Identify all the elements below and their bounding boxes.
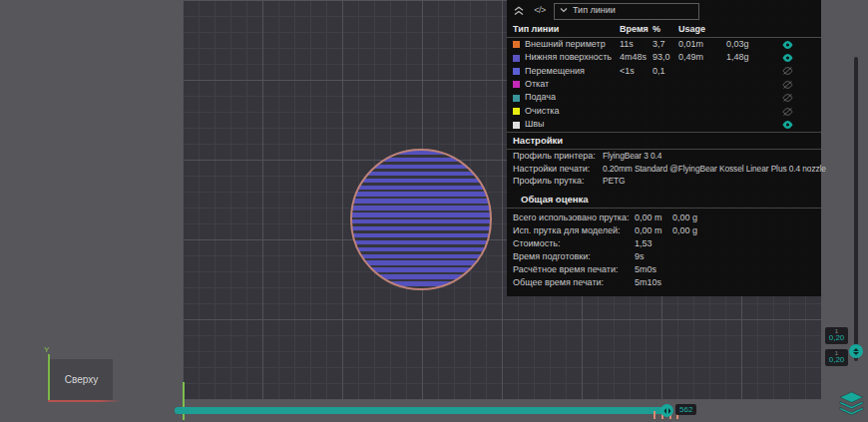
estimates-section-title: Общая оценка bbox=[507, 192, 821, 209]
eye-icon[interactable] bbox=[782, 54, 821, 62]
eye-icon[interactable] bbox=[782, 121, 821, 129]
line-type-row[interactable]: Перемещения<1s0,1 bbox=[507, 65, 821, 78]
line-type-row[interactable]: Нижняя поверхность4m48s93,00,49m1,48g bbox=[507, 51, 821, 64]
line-type-percent: 93,0 bbox=[652, 53, 678, 63]
col-time: Время bbox=[620, 25, 652, 35]
layer-slider-upper-label: 1 0,20 bbox=[825, 327, 848, 344]
line-type-label: Подача bbox=[525, 93, 620, 103]
estimate-value2 bbox=[672, 252, 821, 262]
printed-model-first-layer[interactable] bbox=[350, 149, 492, 290]
line-type-label: Нижняя поверхность bbox=[525, 53, 620, 63]
estimate-label: Всего использовано прутка: bbox=[513, 213, 635, 223]
settings-value: 0.20mm Standard @FlyingBear Kossel Linea… bbox=[603, 165, 826, 175]
color-scheme-value: Тип линии bbox=[573, 6, 616, 16]
layers-icon[interactable] bbox=[838, 391, 865, 420]
line-type-percent: 0,1 bbox=[652, 67, 678, 77]
estimate-label: Расчётное время печати: bbox=[513, 265, 635, 275]
settings-row: Настройки печати:0.20mm Standard @Flying… bbox=[507, 163, 821, 176]
line-type-color-swatch bbox=[513, 95, 520, 102]
line-type-color-swatch bbox=[513, 122, 520, 129]
view-cube: Y Сверху bbox=[44, 345, 126, 407]
color-scheme-dropdown[interactable]: Тип линии bbox=[554, 3, 699, 20]
plate-origin-axis-mark bbox=[183, 382, 185, 420]
layer-slider-lower-label: 1 0,20 bbox=[825, 349, 848, 366]
layer-height: 0,20 bbox=[825, 356, 848, 364]
line-type-usage-g: 1,48g bbox=[726, 53, 776, 63]
eye-off-icon[interactable] bbox=[782, 81, 821, 89]
line-type-row[interactable]: Швы bbox=[507, 118, 821, 131]
line-type-usage-m: 0,49m bbox=[678, 53, 726, 63]
settings-value: FlyingBear 3 0.4 bbox=[603, 152, 821, 162]
line-type-percent: 3,7 bbox=[652, 40, 678, 50]
settings-label: Профиль прутка: bbox=[513, 177, 603, 187]
col-line-type: Тип линии bbox=[513, 25, 620, 35]
eye-icon[interactable] bbox=[782, 41, 821, 49]
estimate-value2 bbox=[672, 265, 821, 275]
col-percent: % bbox=[652, 25, 678, 35]
settings-label: Профиль принтера: bbox=[513, 152, 603, 162]
eye-off-icon[interactable] bbox=[782, 94, 821, 102]
settings-row: Профиль прутка:PETG bbox=[507, 176, 821, 189]
preview-toolbar: </> Тип линии bbox=[507, 0, 821, 22]
estimate-value2: 0,00 g bbox=[672, 226, 821, 236]
estimates-rows: Всего использовано прутка:0,00 m0,00 gИс… bbox=[507, 209, 821, 295]
eye-off-icon[interactable] bbox=[782, 67, 821, 75]
estimate-value2 bbox=[672, 239, 821, 249]
estimate-value: 0,00 m bbox=[635, 213, 672, 223]
estimate-label: Стоимость: bbox=[513, 239, 635, 249]
settings-rows: Профиль принтера:FlyingBear 3 0.4Настрой… bbox=[507, 150, 821, 189]
layer-slider-track[interactable] bbox=[854, 57, 858, 361]
estimate-row: Расчётное время печати:5m0s bbox=[507, 264, 821, 277]
line-type-usage-g: 0,03g bbox=[726, 40, 776, 50]
estimate-value2: 0,00 g bbox=[672, 213, 821, 223]
gcode-code-icon[interactable]: </> bbox=[533, 4, 547, 18]
line-type-color-swatch bbox=[513, 55, 520, 62]
estimate-value: 5m0s bbox=[635, 265, 672, 275]
line-type-time: 11s bbox=[620, 40, 652, 50]
estimate-row: Всего использовано прутка:0,00 m0,00 g bbox=[507, 211, 821, 224]
retraction-tick bbox=[653, 411, 655, 419]
estimate-value2 bbox=[672, 278, 821, 288]
view-cube-top-face[interactable]: Сверху bbox=[50, 359, 113, 400]
settings-row: Профиль принтера:FlyingBear 3 0.4 bbox=[507, 150, 821, 163]
line-type-time: 4m48s bbox=[620, 53, 652, 63]
estimate-row: Стоимость:1,53 bbox=[507, 237, 821, 250]
line-type-color-swatch bbox=[513, 81, 520, 88]
collapse-chevrons-icon[interactable] bbox=[512, 4, 526, 18]
estimate-value: 0,00 m bbox=[635, 226, 672, 236]
slicer-preview-viewport: </> Тип линии Тип линии Время % Usage Вн… bbox=[0, 0, 868, 422]
line-type-label: Откат bbox=[525, 80, 620, 90]
estimate-row: Время подготовки:9s bbox=[507, 251, 821, 264]
line-type-color-swatch bbox=[513, 68, 520, 75]
line-type-color-swatch bbox=[513, 41, 520, 48]
eye-off-icon[interactable] bbox=[782, 108, 821, 116]
line-types-rows: Внешний периметр11s3,70,01m0,03gНижняя п… bbox=[507, 38, 821, 132]
line-type-row[interactable]: Откат bbox=[507, 78, 821, 91]
line-type-label: Внешний периметр bbox=[525, 40, 620, 50]
layer-slider-handle[interactable] bbox=[849, 344, 863, 358]
line-type-label: Очистка bbox=[525, 107, 620, 117]
estimate-label: Общее время печати: bbox=[513, 278, 635, 288]
view-cube-face-label: Сверху bbox=[65, 374, 98, 385]
estimate-value: 9s bbox=[635, 252, 672, 262]
estimate-value: 1,53 bbox=[635, 239, 672, 249]
axis-x-line bbox=[48, 400, 122, 402]
settings-value: PETG bbox=[603, 177, 821, 187]
estimate-row: Исп. прутка для моделей:0,00 m0,00 g bbox=[507, 224, 821, 237]
estimate-label: Исп. прутка для моделей: bbox=[513, 226, 635, 236]
line-type-label: Перемещения bbox=[525, 67, 620, 77]
settings-label: Настройки печати: bbox=[513, 165, 603, 175]
line-type-row[interactable]: Внешний периметр11s3,70,01m0,03g bbox=[507, 38, 821, 51]
line-types-header-row: Тип линии Время % Usage bbox=[507, 22, 821, 38]
step-slider-handle[interactable] bbox=[660, 404, 673, 417]
step-slider-bar[interactable] bbox=[175, 407, 667, 414]
settings-section-title: Настройки bbox=[507, 132, 821, 150]
preview-info-panel: </> Тип линии Тип линии Время % Usage Вн… bbox=[507, 0, 821, 296]
chevron-down-icon bbox=[560, 6, 568, 16]
line-type-label: Швы bbox=[525, 120, 620, 130]
estimate-value: 5m10s bbox=[635, 278, 672, 288]
line-type-row[interactable]: Подача bbox=[507, 92, 821, 105]
line-type-row[interactable]: Очистка bbox=[507, 105, 821, 118]
line-type-color-swatch bbox=[513, 108, 520, 115]
axis-y-label: Y bbox=[44, 345, 49, 354]
